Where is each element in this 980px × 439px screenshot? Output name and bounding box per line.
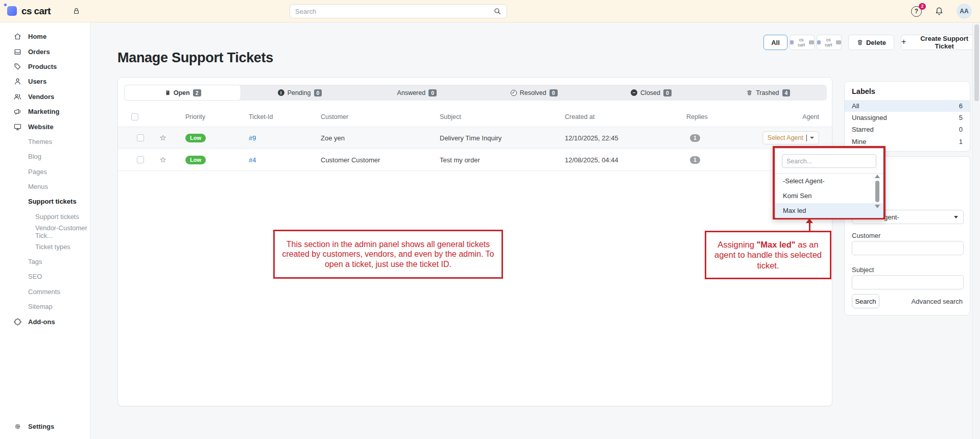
ticket-id-link[interactable]: #9: [249, 134, 256, 142]
dropdown-scrollbar[interactable]: [874, 175, 880, 215]
mini-badge: [809, 40, 814, 44]
star-icon[interactable]: ☆: [159, 155, 166, 164]
sidebar-item-blog[interactable]: Blog: [0, 149, 90, 164]
advanced-search-link[interactable]: Advanced search: [912, 298, 963, 305]
sidebar-item-add-ons[interactable]: Add-ons: [0, 314, 90, 329]
mini-logo-icon: [817, 40, 821, 44]
help-icon[interactable]: ?2: [911, 6, 922, 17]
label-filter-all[interactable]: All 6: [845, 100, 970, 112]
vendors-icon: [13, 92, 22, 101]
tab-count-badge: 4: [782, 89, 791, 96]
tab-pending[interactable]: ! Pending 0: [241, 85, 358, 101]
customer-filter-label: Customer: [852, 232, 880, 239]
label-filter-unassigned[interactable]: Unassigned 5: [845, 112, 970, 124]
sidebar-item-seo[interactable]: SEO: [0, 269, 90, 284]
storefront-all-button[interactable]: All: [763, 35, 787, 50]
lock-icon[interactable]: [72, 7, 81, 15]
subject-filter-input[interactable]: [852, 275, 964, 289]
agent-option[interactable]: -Select Agent-: [775, 174, 883, 188]
sidebar-item-support-tickets[interactable]: Support tickets: [0, 194, 90, 209]
label-count: 1: [959, 138, 963, 145]
mini-badge: [836, 40, 841, 44]
create-support-ticket-button[interactable]: + Create Support Ticket: [901, 35, 979, 50]
sidebar-item-settings[interactable]: Settings: [0, 419, 90, 434]
row-checkbox[interactable]: [137, 134, 144, 141]
sidebar-item-vendor-customer-tick-[interactable]: Vendor-Customer Tick...: [0, 224, 90, 239]
table-header: PriorityTicket-IdCustomerSubjectCreated …: [118, 107, 832, 127]
gear-icon: [13, 422, 22, 431]
star-icon[interactable]: ☆: [159, 133, 166, 142]
labels-title: Labels: [845, 82, 970, 100]
sidebar-item-orders[interactable]: Orders: [0, 44, 90, 59]
annotation-arrow: [809, 223, 810, 231]
tab-count-badge: 0: [549, 89, 558, 96]
tab-trashed[interactable]: Trashed 4: [710, 85, 827, 101]
open-ticket-icon: [164, 90, 171, 96]
cscart-logo[interactable]: cs cart: [7, 6, 51, 17]
agent-option[interactable]: Komi Sen: [775, 188, 883, 203]
scroll-down-icon[interactable]: [875, 205, 880, 208]
filter-search-button[interactable]: Search: [852, 294, 879, 308]
scroll-thumb[interactable]: [875, 181, 879, 202]
tab-open[interactable]: Open 2: [124, 85, 241, 101]
main-content: Manage Support Tickets All cs cart cs ca…: [90, 22, 980, 439]
sidebar-item-support-tickets[interactable]: Support tickets: [0, 209, 90, 224]
column-header-customer: Customer: [309, 113, 428, 120]
notifications-bell-icon[interactable]: [934, 6, 944, 16]
label-filter-starred[interactable]: Starred 0: [845, 124, 970, 135]
sidebar-item-website[interactable]: Website: [0, 119, 90, 134]
agent-dropdown-search-input[interactable]: [782, 154, 876, 168]
sidebar-item-products[interactable]: Products: [0, 59, 90, 74]
tab-count-badge: 0: [314, 89, 322, 96]
page-title: Manage Support Tickets: [117, 50, 273, 66]
sidebar-item-home[interactable]: Home: [0, 29, 90, 44]
sidebar-item-comments[interactable]: Comments: [0, 284, 90, 299]
priority-badge: Low: [185, 134, 206, 142]
subject-filter-label: Subject: [852, 266, 874, 274]
global-search-input[interactable]: [295, 8, 493, 15]
sidebar-item-sitemap[interactable]: Sitemap: [0, 299, 90, 314]
sidebar-item-pages[interactable]: Pages: [0, 164, 90, 179]
column-header-created-at: Created at: [554, 113, 675, 120]
customer-cell: Customer Customer: [309, 156, 428, 164]
storefront-button-2[interactable]: cs cart: [817, 35, 842, 50]
marketing-icon: [13, 107, 22, 116]
row-checkbox[interactable]: [137, 156, 144, 163]
storefront-button-1[interactable]: cs cart: [790, 35, 815, 50]
user-avatar[interactable]: AA: [957, 4, 972, 19]
header-actions: All cs cart cs cart Delete + Create Supp…: [763, 35, 979, 50]
page-scroll-thumb[interactable]: [974, 25, 979, 101]
chevron-down-icon: [954, 216, 958, 218]
sidebar-item-users[interactable]: Users: [0, 74, 90, 89]
tab-count-badge: 0: [663, 89, 672, 96]
annotation-note-right: Assigning "Max led" as an agent to handl…: [705, 231, 831, 279]
ticket-id-link[interactable]: #4: [249, 156, 256, 164]
replies-badge: 1: [690, 156, 700, 164]
tab-answered[interactable]: Answered 0: [358, 85, 475, 101]
tab-count-badge: 2: [193, 89, 201, 96]
customer-filter-input[interactable]: [852, 241, 964, 255]
select-agent-button[interactable]: Select Agent: [762, 131, 819, 144]
sidebar-item-menus[interactable]: Menus: [0, 179, 90, 194]
sidebar-item-vendors[interactable]: Vendors: [0, 89, 90, 104]
tab-closed[interactable]: − Closed 0: [592, 85, 709, 101]
cscart-logo-text: cs cart: [21, 6, 51, 17]
scroll-up-icon[interactable]: [875, 175, 880, 178]
plus-icon: +: [901, 37, 906, 46]
delete-button[interactable]: Delete: [848, 35, 894, 50]
agent-dropdown: -Select Agent-Komi SenMax led: [775, 148, 883, 217]
annotation-note-center: This section in the admin panel shows al…: [273, 230, 503, 279]
agent-option[interactable]: Max led: [775, 203, 883, 218]
sidebar-item-themes[interactable]: Themes: [0, 134, 90, 149]
sidebar-item-marketing[interactable]: Marketing: [0, 104, 90, 119]
sidebar-item-ticket-types[interactable]: Ticket types: [0, 239, 90, 254]
sidebar-item-tags[interactable]: Tags: [0, 254, 90, 269]
pending-icon: !: [278, 89, 284, 96]
search-icon[interactable]: [493, 7, 501, 15]
users-icon: [13, 77, 22, 86]
tab-resolved[interactable]: ✓ Resolved 0: [475, 85, 592, 101]
page-scrollbar[interactable]: [972, 22, 980, 439]
ticket-row: ☆ Low #4 Customer Customer Test my order…: [118, 149, 832, 171]
ticket-row: ☆ Low #9 Zoe yen Delivery Time Inquiry 1…: [118, 127, 832, 149]
select-all-checkbox[interactable]: [131, 113, 138, 120]
